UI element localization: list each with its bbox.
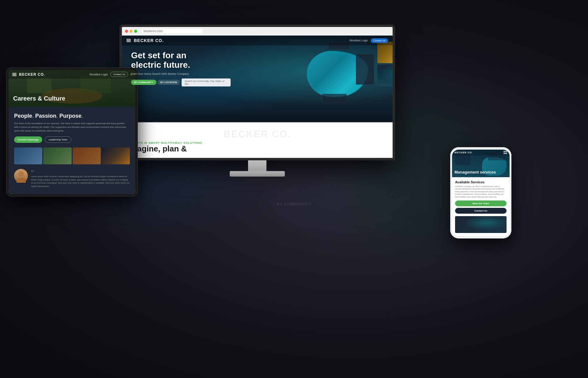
property-image-2: [377, 65, 393, 86]
building-bottom: [322, 94, 347, 103]
desktop-monitor: beckerco.com: [119, 25, 395, 177]
hero-title-line2: electric future.: [131, 60, 190, 70]
mobile-nav-logo: BECKER CO.: [454, 151, 473, 154]
mobile-frame: BECKER CO. Management services Available…: [450, 147, 511, 239]
mob-ham-1: [503, 151, 507, 152]
monitor-site-nav: BECKER CO. Resident Login Contact Us: [122, 36, 393, 45]
tab-location-button[interactable]: BY LOCATION: [157, 80, 180, 85]
monitor-below-hero: BECKER CO. EXPERTS IN SMART MULTIFAMILY …: [122, 122, 393, 158]
browser-dot-yellow[interactable]: [130, 30, 133, 33]
tablet-photo-1: [14, 147, 42, 164]
monitor-search-input[interactable]: Search by Community, City, State, or Zip…: [182, 78, 231, 86]
monitor-screen: beckerco.com: [119, 25, 395, 160]
mobile-content: Available Services At Becker Company, we…: [452, 177, 510, 236]
tablet-frame: BECKER CO. Resident Login Contact Us › C…: [6, 67, 138, 197]
monitor-stand-base: [230, 171, 285, 177]
mobile-hero: BECKER CO. Management services: [452, 150, 510, 177]
tablet-openings-button[interactable]: Current Openings: [14, 136, 42, 143]
mob-ham-3: [503, 153, 507, 154]
tablet-hero-chairs: [27, 78, 51, 93]
ham-line-1: [126, 39, 131, 40]
monitor-imagine-title: Imagine, plan &: [128, 144, 386, 153]
monitor-contact-us-button[interactable]: Contact Us: [371, 38, 388, 43]
property-image-2-overlay: [377, 65, 393, 86]
monitor-below-hero-text: EXPERTS IN SMART MULTIFAMILY SOLUTIONS I…: [128, 141, 386, 153]
tablet-photos-grid: [14, 147, 130, 164]
tablet-photo-2: [43, 147, 71, 164]
tablet-photo-4: [102, 147, 130, 164]
dot-red: .: [56, 113, 58, 119]
monitor-logo-watermark: BECKER CO.: [128, 127, 386, 141]
monitor-hero-subtitle: Start Your Home Search With Becker Compa…: [131, 72, 231, 75]
mobile-contact-button[interactable]: Contact Us: [455, 208, 507, 214]
tab-ham-3: [12, 75, 17, 76]
tablet-testimonial: " Lorem ipsum dolor sit amet, consectetu…: [14, 169, 130, 188]
building-right: [356, 54, 374, 85]
tablet-nav-right: Resident Login Contact Us ›: [89, 72, 132, 77]
dot-blue: .: [32, 113, 34, 119]
tablet-device: BECKER CO. Resident Login Contact Us › C…: [6, 67, 138, 197]
tablet-photo-3: [73, 147, 101, 164]
mobile-hero-title: Management services: [454, 170, 496, 175]
mobile-device: BECKER CO. Management services Available…: [450, 147, 511, 239]
tablet-resident-login[interactable]: Resident Login: [89, 73, 108, 76]
browser-dot-green[interactable]: [134, 30, 137, 33]
tab-community-button[interactable]: BY COMMUNITY: [131, 80, 156, 85]
hero-title-line1: Get set for an: [131, 51, 186, 60]
url-bar[interactable]: beckerco.com: [141, 29, 202, 33]
dot-green: .: [81, 113, 83, 119]
ham-line-3: [126, 41, 131, 42]
monitor-hero-section: BECKER CO. Resident Login Contact Us Get…: [122, 36, 393, 121]
monitor-nav-logo: BECKER CO.: [134, 38, 164, 43]
photo-2-inner: [43, 147, 71, 164]
browser-chrome-bar: beckerco.com: [122, 27, 393, 36]
browser-dot-red[interactable]: [125, 30, 128, 33]
attribution-text: by COMMunity: [277, 202, 311, 206]
monitor-stand-neck: [248, 160, 266, 171]
mob-building-left: [455, 154, 470, 165]
mobile-hamburger-icon[interactable]: [503, 151, 507, 154]
tablet-content: People. Passion. Purpose. Our team is th…: [9, 107, 135, 194]
tablet-nav-logo: BECKER CO.: [19, 72, 45, 77]
mobile-nav: BECKER CO.: [452, 150, 510, 155]
mobile-bottom-property-image: [455, 216, 507, 233]
mobile-bottom-img-inner: [455, 216, 507, 233]
monitor-hamburger-icon[interactable]: [126, 39, 131, 42]
monitor-below-hero-content: EXPERTS IN SMART MULTIFAMILY SOLUTIONS I…: [128, 141, 386, 153]
tablet-buttons: Current Openings Leadership Team: [14, 136, 130, 143]
mobile-meet-team-button[interactable]: Meet the Team: [455, 200, 507, 206]
monitor-hero-title: Get set for an electric future.: [131, 51, 231, 70]
tablet-contact-us-button[interactable]: Contact Us: [110, 72, 128, 77]
mobile-screen: BECKER CO. Management services Available…: [452, 150, 510, 236]
tablet-leadership-button[interactable]: Leadership Team: [45, 136, 71, 143]
tablet-nav: BECKER CO. Resident Login Contact Us ›: [9, 70, 135, 79]
photo-3-inner: [73, 147, 101, 164]
tab-ham-2: [12, 74, 17, 75]
tablet-hero-title: Careers & Culture: [13, 95, 65, 102]
monitor-hero-content: Get set for an electric future. Start Yo…: [131, 51, 231, 86]
tablet-hamburger-icon[interactable]: [12, 73, 17, 76]
tablet-quote-text: Lorem ipsum dolor sit amet, consectetur …: [31, 175, 130, 188]
mobile-available-services-title: Available Services: [455, 180, 507, 184]
tablet-hero: BECKER CO. Resident Login Contact Us › C…: [9, 70, 135, 107]
avatar-head: [18, 171, 24, 177]
tablet-description: Our team is the foundation of our succes…: [14, 122, 130, 133]
tablet-tagline: People. Passion. Purpose.: [14, 113, 130, 119]
tablet-testimonial-content: " Lorem ipsum dolor sit amet, consectetu…: [31, 169, 130, 188]
monitor-nav-links: Resident Login Contact Us: [349, 38, 388, 43]
mob-ham-2: [503, 152, 507, 153]
ham-line-2: [126, 40, 131, 41]
monitor-property-images: [377, 42, 393, 86]
monitor-resident-login-link[interactable]: Resident Login: [349, 39, 368, 42]
avatar-body: [17, 178, 26, 183]
tablet-testimonial-avatar: [14, 169, 28, 183]
tab-ham-1: [12, 73, 17, 74]
photo-4-inner: [102, 147, 130, 164]
photo-1-inner: [14, 147, 42, 164]
monitor-aerial-view: [288, 42, 374, 109]
tablet-screen: BECKER CO. Resident Login Contact Us › C…: [9, 70, 135, 194]
mobile-description: At Becker Company, we offer a comprehens…: [455, 185, 507, 198]
monitor-search-bar: BY COMMUNITY BY LOCATION Search by Commu…: [131, 78, 231, 86]
